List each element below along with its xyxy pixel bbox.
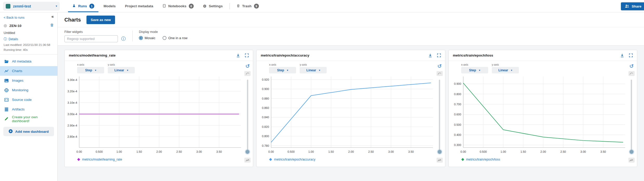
smoothing-slider[interactable] xyxy=(631,80,632,153)
back-to-runs-link[interactable]: < Back to runs xyxy=(4,16,24,19)
svg-text:0.500: 0.500 xyxy=(454,123,461,126)
fullscreen-icon[interactable] xyxy=(245,53,249,57)
svg-text:1.00: 1.00 xyxy=(308,150,314,153)
smoothing-curve-icon[interactable] xyxy=(628,71,635,76)
radio-one-in-a-row[interactable]: One in a row xyxy=(163,36,187,40)
reset-zoom-icon[interactable]: ↺ xyxy=(245,64,250,69)
tab-notebooks[interactable]: Notebooks 0 xyxy=(158,0,198,12)
smoothing-slider-handle[interactable] xyxy=(629,150,633,154)
svg-text:0.920: 0.920 xyxy=(262,78,269,81)
smoothing-slider[interactable] xyxy=(247,80,248,153)
chevron-down-icon: ▾ xyxy=(127,69,128,72)
tab-bar: Runs 1 Models Project metadata Notebooks… xyxy=(68,0,264,12)
x-axis-dropdown[interactable]: Step ▾ xyxy=(461,67,488,73)
legend-label[interactable]: metrics/train/epoch/loss xyxy=(466,158,500,161)
add-new-dashboard-button[interactable]: Add new dashboard xyxy=(3,127,54,136)
last-modified-text: Last modified: 2022/11/30 21:36:58 xyxy=(4,43,54,46)
sidebar-item-artifacts[interactable]: Artifacts xyxy=(0,105,57,114)
y-axis-control: y-axis Linear ▾ xyxy=(108,63,135,73)
chevron-down-icon: ▾ xyxy=(95,69,96,72)
details-link[interactable]: ⓘ Details xyxy=(4,37,54,41)
filter-widgets-input[interactable] xyxy=(64,35,118,42)
y-axis-dropdown[interactable]: Linear ▾ xyxy=(108,67,135,73)
svg-text:2.00: 2.00 xyxy=(156,150,162,153)
chart-title: metrics/train/epoch/accuracy xyxy=(261,53,428,57)
smoothing-slider-handle[interactable] xyxy=(438,150,441,154)
collapse-sidebar-icon[interactable]: « xyxy=(51,14,54,19)
x-axis-dropdown[interactable]: Step ▾ xyxy=(77,67,104,73)
tab-notebooks-label: Notebooks xyxy=(168,4,186,8)
download-icon[interactable] xyxy=(620,53,624,58)
info-icon: ⓘ xyxy=(4,37,7,41)
raw-data-zigzag-icon[interactable] xyxy=(628,158,635,163)
filter-bar: Filter widgets ⓘ Display mode Mosaic One… xyxy=(58,27,644,46)
tab-settings-label: Settings xyxy=(209,4,223,8)
share-button-label: Share xyxy=(632,4,641,8)
reset-zoom-icon[interactable]: ↺ xyxy=(629,64,634,69)
x-axis-dropdown[interactable]: Step ▾ xyxy=(269,67,296,73)
tab-runs[interactable]: Runs 1 xyxy=(68,0,99,12)
tab-project-metadata[interactable]: Project metadata xyxy=(120,0,158,12)
svg-text:2.50: 2.50 xyxy=(176,150,182,153)
raw-data-zigzag-icon[interactable] xyxy=(437,158,443,163)
delete-run-icon[interactable] xyxy=(50,23,54,28)
fullscreen-icon[interactable] xyxy=(437,53,441,57)
radio-mosaic-label: Mosaic xyxy=(145,36,155,40)
chevron-down-icon: ▾ xyxy=(511,69,512,72)
svg-text:1.50: 1.50 xyxy=(520,150,526,153)
svg-text:2.50: 2.50 xyxy=(368,150,374,153)
x-axis-value: Step xyxy=(277,68,284,72)
sidebar-item-images[interactable]: Images xyxy=(0,76,57,85)
smoothing-slider[interactable] xyxy=(439,80,440,153)
download-icon[interactable] xyxy=(428,53,432,58)
legend-label[interactable]: metrics/model/learning_rate xyxy=(82,158,122,161)
legend-label[interactable]: metrics/train/epoch/accuracy xyxy=(274,158,315,161)
y-axis-value: Linear xyxy=(306,68,316,72)
svg-text:3.50: 3.50 xyxy=(408,150,414,153)
info-icon[interactable]: ⓘ xyxy=(121,36,126,42)
smoothing-curve-icon[interactable] xyxy=(437,71,443,76)
raw-data-zigzag-icon[interactable] xyxy=(244,158,251,163)
legend-marker xyxy=(461,158,464,161)
radio-selected-icon xyxy=(139,36,143,40)
x-axis-control: x-axis Step ▾ xyxy=(461,63,488,73)
fullscreen-icon[interactable] xyxy=(629,53,633,57)
svg-text:0.700: 0.700 xyxy=(454,103,461,106)
flask-icon xyxy=(72,4,76,9)
project-selector[interactable]: zenml-test ▾ xyxy=(3,2,60,11)
tab-trash-label: Trash xyxy=(242,4,252,8)
smoothing-slider-handle[interactable] xyxy=(246,150,250,154)
radio-unselected-icon xyxy=(163,36,166,40)
sidebar-item-label: Source code xyxy=(12,98,32,102)
chevron-down-icon: ▾ xyxy=(319,69,320,72)
sidebar-item-charts[interactable]: Charts xyxy=(0,66,57,76)
y-axis-dropdown[interactable]: Linear ▾ xyxy=(492,67,519,73)
x-axis-label: x-axis xyxy=(269,63,296,66)
project-name: zenml-test xyxy=(13,4,53,8)
radio-mosaic[interactable]: Mosaic xyxy=(139,36,155,40)
sidebar-item-label: Artifacts xyxy=(12,107,25,111)
svg-text:0.860: 0.860 xyxy=(262,106,269,109)
sidebar-item-monitoring[interactable]: Monitoring xyxy=(0,85,57,95)
smoothing-curve-icon[interactable] xyxy=(244,71,251,76)
svg-text:2.00: 2.00 xyxy=(348,150,354,153)
x-axis-value: Step xyxy=(85,68,92,72)
create-dashboard-link[interactable]: Create your own dashboard! xyxy=(0,114,57,124)
top-bar: zenml-test ▾ Runs 1 Models Project metad… xyxy=(0,0,644,12)
download-icon[interactable] xyxy=(236,53,240,58)
save-as-new-button[interactable]: Save as new xyxy=(86,16,115,24)
tab-settings[interactable]: ⚙ Settings xyxy=(198,0,227,12)
svg-text:3.30e-4: 3.30e-4 xyxy=(68,78,77,81)
y-axis-dropdown[interactable]: Linear ▾ xyxy=(300,67,327,73)
reset-zoom-icon[interactable]: ↺ xyxy=(437,64,442,69)
sidebar-item-all-metadata[interactable]: All metadata xyxy=(0,57,57,66)
svg-text:0.900: 0.900 xyxy=(262,87,269,90)
share-button[interactable]: Share xyxy=(621,2,644,10)
sidebar-item-source-code[interactable]: Source code xyxy=(0,95,57,105)
tab-models[interactable]: Models xyxy=(99,0,120,12)
run-title: Untitled xyxy=(4,31,54,35)
tab-trash[interactable]: Trash 9 xyxy=(232,0,264,12)
svg-text:0.600: 0.600 xyxy=(454,113,461,116)
run-sidebar: < Back to runs « ZEN-10 Untitled ⓘ Detai… xyxy=(0,12,58,181)
run-status-dot xyxy=(4,24,7,27)
